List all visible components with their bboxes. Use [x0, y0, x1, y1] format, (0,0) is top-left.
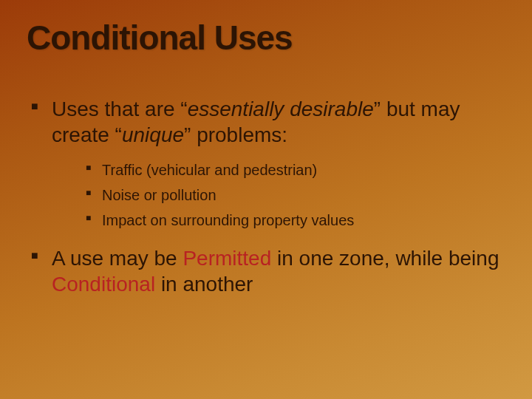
- slide: Conditional Uses Uses that are “essentia…: [0, 0, 532, 399]
- sub-bullet-item: Noise or pollution: [102, 185, 505, 205]
- text: Uses that are “: [52, 98, 188, 120]
- bullet-item-1: Uses that are “essentially desirable” bu…: [52, 96, 505, 231]
- highlight-conditional: Conditional: [52, 273, 155, 296]
- text: A use may be: [52, 247, 183, 270]
- text: in one zone, while being: [271, 247, 499, 270]
- emphasis: essentially desirable: [188, 98, 374, 120]
- highlight-permitted: Permitted: [183, 247, 271, 270]
- sub-bullet-item: Impact on surrounding property values: [102, 210, 505, 231]
- bullet-list: Uses that are “essentially desirable” bu…: [27, 96, 505, 297]
- text: ” problems:: [184, 123, 287, 146]
- sub-bullet-item: Traffic (vehicular and pedestrian): [102, 160, 505, 180]
- text: in another: [155, 273, 253, 296]
- bullet-item-2: A use may be Permitted in one zone, whil…: [52, 245, 505, 297]
- slide-title: Conditional Uses: [27, 18, 505, 58]
- emphasis: unique: [122, 123, 184, 146]
- sub-bullet-list: Traffic (vehicular and pedestrian) Noise…: [52, 160, 505, 231]
